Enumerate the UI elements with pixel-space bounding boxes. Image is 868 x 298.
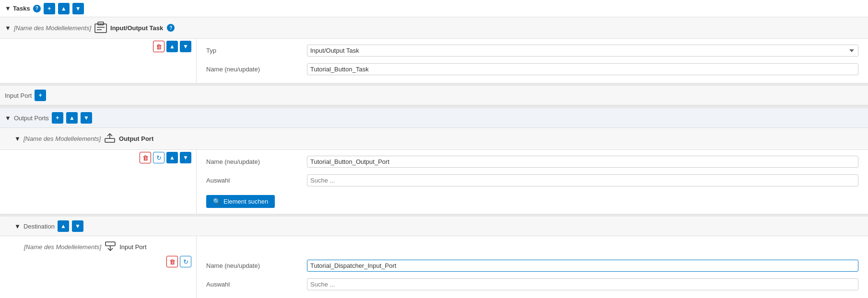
destination-collapse-arrow[interactable]: ▼ [14,223,21,230]
output-port-right-col: Name (neu/update) Auswahl 🔍 Element such… [197,150,868,214]
output-port-up-button[interactable]: ▲ [166,152,178,163]
task-typ-label: Typ [206,47,302,54]
output-port-model-name: [Name des Modellelements] [23,135,101,142]
input-port2-auswahl-label: Auswahl [206,281,302,288]
input-port-add-button[interactable]: + [35,90,46,101]
tasks-section-header: ▼ Tasks ? [5,5,41,12]
destination-up-button[interactable]: ▲ [58,220,69,232]
task-form-row: 🗑 ▲ ▼ Typ Input/Output Task Name (neu/up… [0,39,868,83]
task-section-header: ▼ [Name des Modellelements] Input/Output… [0,17,868,39]
svg-rect-4 [105,138,115,142]
input-port2-auswahl-row: Auswahl [206,278,858,290]
output-ports-collapse-arrow[interactable]: ▼ [5,115,11,122]
output-port-icon [104,132,116,146]
tasks-help-icon[interactable]: ? [33,5,41,12]
destination-header: ▼ Destination ▲ ▼ [0,217,868,236]
output-port-collapse-arrow[interactable]: ▼ [14,135,21,142]
destination-label: Destination [23,223,55,230]
input-port2-header-right [197,236,868,254]
output-port-search-label: Element suchen [223,198,268,205]
input-port2-reset-button[interactable]: ↻ [180,256,191,267]
input-port2-name-row: Name (neu/update) [206,260,858,272]
output-port-name-label: Name (neu/update) [206,158,302,165]
input-port2-btn-row: 🗑 ↻ [0,254,196,269]
output-port-down-button[interactable]: ▼ [180,152,191,163]
task-delete-button[interactable]: 🗑 [153,41,164,52]
input-port2-form-row: 🗑 ↻ Name (neu/update) Auswahl 🔍 Element … [0,254,868,298]
input-port-section: Input Port + [0,86,868,105]
output-port-delete-button[interactable]: 🗑 [140,152,151,163]
output-ports-label: Output Ports [14,115,49,122]
tasks-up-button[interactable]: ▲ [58,3,70,14]
output-port-name-row: Name (neu/update) [206,156,858,168]
input-port2-name-input[interactable] [307,260,858,272]
task-typ-select[interactable]: Input/Output Task [307,45,858,57]
top-bar: ▼ Tasks ? + ▲ ▼ [0,0,868,17]
input-port-label: Input Port [5,92,32,99]
output-port-auswahl-row: Auswahl [206,174,858,186]
task-right-col: Typ Input/Output Task Name (neu/update) [197,39,868,83]
input-port2-name-label: Name (neu/update) [206,262,302,269]
task-help-icon[interactable]: ? [167,24,175,32]
input-port2-search-input[interactable] [307,278,858,290]
task-down-button[interactable]: ▼ [180,41,191,52]
task-up-button[interactable]: ▲ [166,41,178,52]
svg-rect-1 [98,22,104,25]
task-name-label: Name (neu/update) [206,66,302,73]
output-ports-add-button[interactable]: + [52,112,63,124]
task-collapse-arrow[interactable]: ▼ [5,24,11,32]
search-icon: 🔍 [213,198,221,205]
input-port2-type-label: Input Port [119,243,146,251]
tasks-label: Tasks [13,5,30,12]
tasks-add-button[interactable]: + [44,3,55,14]
input-port2-icon [104,240,117,254]
task-name-input[interactable] [307,63,858,75]
task-icon [94,21,107,34]
task-type-label: Input/Output Task [110,24,163,32]
task-btn-row: 🗑 ▲ ▼ [0,39,196,54]
output-port-auswahl-label: Auswahl [206,177,302,184]
destination-down-button[interactable]: ▼ [72,220,83,232]
output-port-left-col: 🗑 ↻ ▲ ▼ [0,150,197,214]
output-port-type-label: Output Port [119,135,153,142]
output-ports-down-button[interactable]: ▼ [81,112,92,124]
output-port-search-input[interactable] [307,174,858,186]
output-port-search-button[interactable]: 🔍 Element suchen [206,195,275,208]
task-model-name-label: [Name des Modellelements] [14,24,91,32]
tasks-down-button[interactable]: ▼ [72,3,84,14]
output-port-name-input[interactable] [307,156,858,168]
output-port-reset-button[interactable]: ↻ [153,152,164,163]
input-port2-model-name: [Name des Modellelements] [24,243,101,251]
task-typ-row: Typ Input/Output Task [206,45,858,57]
input-port2-header-row: [Name des Modellelements] Input Port [0,236,868,254]
output-port-item-header: ▼ [Name des Modellelements] Output Port [0,128,868,150]
task-name-row: Name (neu/update) [206,63,858,75]
output-port-form-row: 🗑 ↻ ▲ ▼ Name (neu/update) Auswahl 🔍 Elem… [0,150,868,214]
output-ports-header: ▼ Output Ports + ▲ ▼ [0,108,868,128]
input-port2-header-left: [Name des Modellelements] Input Port [0,236,197,254]
input-port2-delete-button[interactable]: 🗑 [166,256,178,267]
task-left-col: 🗑 ▲ ▼ [0,39,197,83]
input-port2-left-col: 🗑 ↻ [0,254,197,298]
svg-rect-6 [106,242,115,246]
output-ports-up-button[interactable]: ▲ [66,112,78,124]
tasks-collapse-arrow[interactable]: ▼ [5,5,11,12]
input-port2-right-col: Name (neu/update) Auswahl 🔍 Element such… [197,254,868,298]
output-port-btn-row: 🗑 ↻ ▲ ▼ [0,150,196,165]
